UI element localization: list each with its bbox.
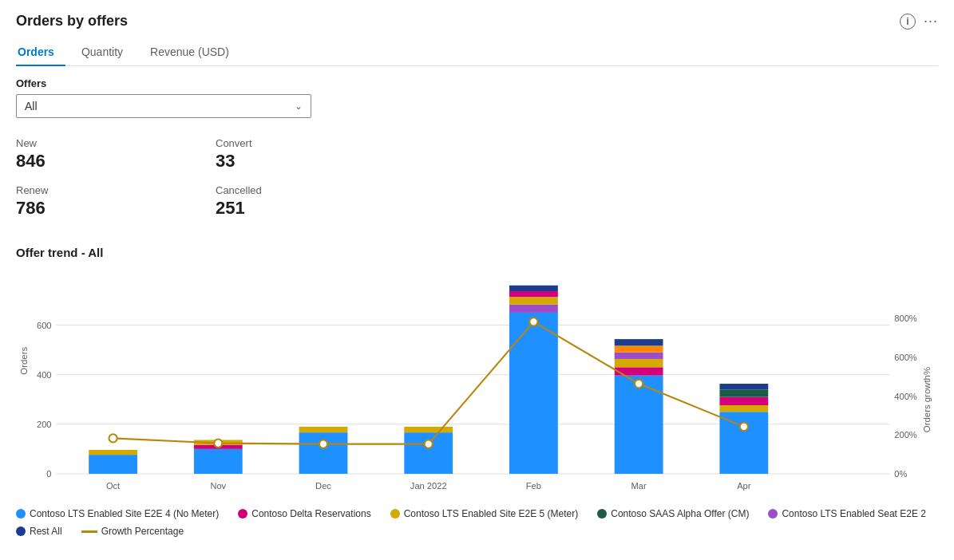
bar-mar-amber bbox=[615, 345, 663, 352]
page-title: Orders by offers bbox=[16, 13, 128, 30]
svg-text:600: 600 bbox=[37, 321, 52, 330]
legend-item-3: Contoso LTS Enabled Site E2E 5 (Meter) bbox=[390, 508, 579, 519]
stat-convert-value: 33 bbox=[216, 151, 415, 172]
legend-label-5: Contoso LTS Enabled Seat E2E 2 bbox=[782, 508, 926, 519]
bar-apr-pink bbox=[719, 397, 768, 405]
svg-text:Oct: Oct bbox=[106, 480, 121, 490]
more-options-icon[interactable]: ··· bbox=[924, 13, 938, 30]
svg-text:800%: 800% bbox=[894, 314, 916, 323]
legend-color-5 bbox=[768, 509, 778, 519]
chart-legend: Contoso LTS Enabled Site E2E 4 (No Meter… bbox=[16, 508, 938, 537]
chart-title: Offer trend - All bbox=[16, 246, 938, 259]
bar-feb-blue bbox=[509, 313, 558, 474]
bar-oct-blue bbox=[89, 455, 137, 474]
legend-item-2: Contoso Delta Reservations bbox=[238, 508, 370, 519]
svg-text:Dec: Dec bbox=[315, 480, 331, 490]
stat-new-label: New bbox=[16, 137, 216, 149]
legend-label-4: Contoso SAAS Alpha Offer (CM) bbox=[611, 508, 749, 519]
growth-dot-dec bbox=[319, 440, 327, 448]
svg-text:400%: 400% bbox=[894, 392, 916, 401]
bar-oct-orange bbox=[89, 450, 137, 455]
bar-jan-orange bbox=[404, 427, 453, 432]
bar-feb-darkblue bbox=[509, 286, 558, 291]
offers-label: Offers bbox=[16, 77, 938, 89]
svg-text:Nov: Nov bbox=[210, 480, 226, 490]
stat-renew-value: 786 bbox=[16, 198, 216, 219]
svg-text:Orders: Orders bbox=[19, 347, 29, 375]
legend-label-1: Contoso LTS Enabled Site E2E 4 (No Meter… bbox=[30, 508, 219, 519]
bar-jan-blue bbox=[404, 432, 453, 474]
stat-renew: Renew 786 bbox=[16, 179, 216, 227]
svg-text:400: 400 bbox=[37, 370, 52, 380]
legend-color-6 bbox=[16, 526, 26, 536]
bar-mar-orange bbox=[615, 359, 663, 367]
stat-cancelled: Cancelled 251 bbox=[216, 179, 415, 227]
svg-text:0%: 0% bbox=[894, 469, 907, 479]
legend-item-1: Contoso LTS Enabled Site E2E 4 (No Meter… bbox=[16, 508, 219, 519]
stat-renew-label: Renew bbox=[16, 184, 216, 196]
legend-item-6: Rest All bbox=[16, 526, 62, 537]
offers-dropdown[interactable]: All ⌄ bbox=[16, 94, 311, 118]
stat-convert: Convert 33 bbox=[216, 132, 415, 179]
stat-convert-label: Convert bbox=[216, 137, 415, 149]
legend-label-3: Contoso LTS Enabled Site E2E 5 (Meter) bbox=[404, 508, 579, 519]
bar-feb-purple bbox=[509, 305, 558, 313]
svg-text:0: 0 bbox=[46, 469, 51, 479]
svg-text:Apr: Apr bbox=[737, 480, 751, 490]
growth-dot-feb bbox=[529, 317, 537, 325]
svg-text:Jan 2022: Jan 2022 bbox=[410, 480, 447, 490]
bar-apr-blue bbox=[719, 412, 768, 474]
legend-item-7: Growth Percentage bbox=[81, 526, 184, 537]
legend-item-4: Contoso SAAS Alpha Offer (CM) bbox=[597, 508, 749, 519]
legend-color-1 bbox=[16, 509, 26, 519]
tab-quantity[interactable]: Quantity bbox=[80, 39, 134, 66]
stat-cancelled-label: Cancelled bbox=[216, 184, 415, 196]
growth-dot-jan bbox=[425, 440, 433, 448]
bar-mar-darkblue bbox=[615, 339, 663, 345]
stats-grid: New 846 Convert 33 Renew 786 Cancelled 2… bbox=[16, 132, 415, 227]
bar-feb-pink bbox=[509, 291, 558, 297]
legend-color-2 bbox=[238, 509, 247, 519]
svg-text:200: 200 bbox=[37, 420, 52, 429]
legend-line-7 bbox=[81, 530, 97, 533]
svg-text:Mar: Mar bbox=[631, 480, 647, 490]
stat-cancelled-value: 251 bbox=[216, 198, 415, 219]
bar-dec-blue bbox=[299, 432, 348, 474]
tab-revenue[interactable]: Revenue (USD) bbox=[148, 39, 240, 66]
growth-dot-oct bbox=[109, 434, 117, 442]
bar-apr-darkblue bbox=[719, 384, 768, 389]
legend-color-3 bbox=[390, 509, 400, 519]
svg-text:200%: 200% bbox=[894, 430, 916, 440]
svg-text:Orders growth%: Orders growth% bbox=[922, 367, 932, 432]
tab-bar: Orders Quantity Revenue (USD) bbox=[16, 39, 938, 66]
bar-apr-green bbox=[719, 389, 768, 396]
legend-label-2: Contoso Delta Reservations bbox=[251, 508, 370, 519]
stat-new-value: 846 bbox=[16, 151, 216, 172]
dropdown-value: All bbox=[25, 100, 38, 112]
chart-area: 0 200 400 600 0% 200% 400% 600% 800% Ord… bbox=[16, 267, 938, 499]
stat-new: New 846 bbox=[16, 132, 216, 179]
bar-dec-orange bbox=[299, 427, 348, 432]
chart-svg: 0 200 400 600 0% 200% 400% 600% 800% Ord… bbox=[16, 267, 938, 499]
chevron-down-icon: ⌄ bbox=[295, 101, 303, 112]
bar-mar-purple bbox=[615, 353, 663, 359]
legend-label-7: Growth Percentage bbox=[101, 526, 184, 537]
growth-dot-apr bbox=[740, 423, 748, 431]
tab-orders[interactable]: Orders bbox=[16, 39, 65, 66]
legend-label-6: Rest All bbox=[30, 526, 62, 537]
svg-text:600%: 600% bbox=[894, 353, 916, 362]
info-icon[interactable]: i bbox=[900, 14, 916, 30]
legend-color-4 bbox=[597, 509, 607, 519]
growth-dot-nov bbox=[214, 439, 222, 447]
svg-text:Feb: Feb bbox=[526, 480, 541, 490]
legend-item-5: Contoso LTS Enabled Seat E2E 2 bbox=[768, 508, 926, 519]
bar-feb-orange bbox=[509, 297, 558, 304]
bar-nov-blue bbox=[194, 449, 243, 474]
growth-dot-mar bbox=[635, 380, 643, 388]
bar-apr-orange bbox=[719, 405, 768, 412]
